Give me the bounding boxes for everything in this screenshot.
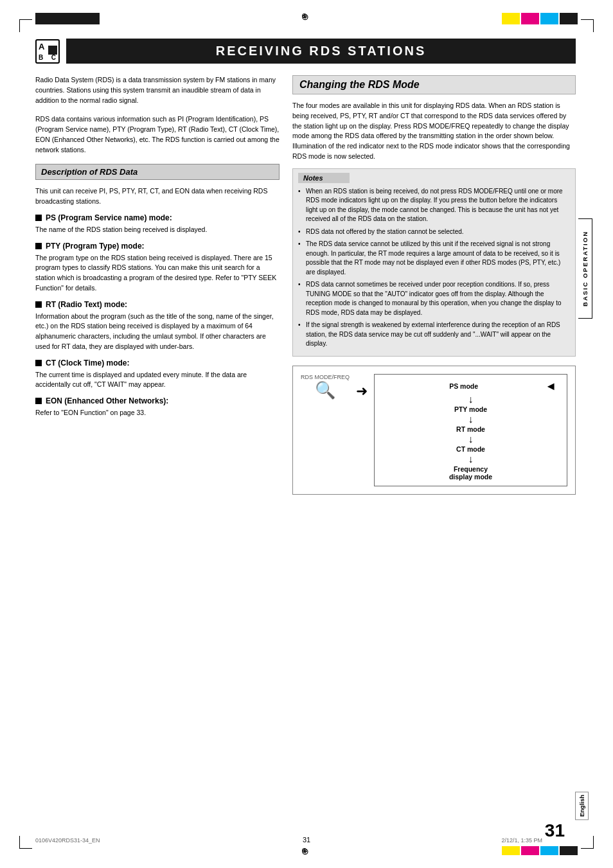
down-arrow-2: ↓	[385, 413, 556, 425]
diagram-icon-group: RDS MODE/FREQ 🔍	[301, 374, 350, 398]
letter-b: B	[39, 54, 43, 61]
pty-mode-title: PTY (Program Type) mode:	[35, 242, 280, 251]
diagram-top: RDS MODE/FREQ 🔍 ➜ PS mode ◄	[301, 374, 567, 487]
ps-mode-title: PS (Program Service name) mode:	[35, 213, 280, 222]
rt-mode-label: RT mode	[456, 425, 485, 433]
ct-mode-row: CT mode	[385, 445, 556, 453]
description-section: Description of RDS Data This unit can re…	[35, 164, 280, 418]
icon-inner-box	[48, 46, 57, 55]
color-bar-bottom	[502, 846, 578, 855]
english-label: English	[575, 792, 589, 820]
reg-mark-bottom: ⊕	[301, 846, 312, 856]
rds-mode-text: The four modes are available in this uni…	[292, 101, 576, 162]
footer-center: 31	[303, 836, 310, 844]
abc-icon: A B C	[35, 39, 60, 64]
main-content: A B C RECEIVING RDS STATIONS Radio Data …	[35, 39, 576, 829]
rt-mode-title: RT (Radio Text) mode:	[35, 300, 280, 309]
modes-box: PS mode ◄ ↓ PTY mode ↓ RT mode	[374, 374, 567, 487]
magnifier-icon: 🔍	[315, 382, 335, 398]
ps-mode-text: The name of the RDS station being receiv…	[35, 225, 280, 235]
note-item-3: The RDS data service cannot be utilized …	[298, 240, 570, 277]
description-intro: This unit can receive PI, PS, PTY, RT, C…	[35, 186, 280, 207]
letter-a: A	[39, 42, 44, 51]
note-item-5: If the signal strength is weakened by ex…	[298, 321, 570, 349]
notes-header: Notes	[298, 173, 350, 183]
pty-mode-row: PTY mode	[385, 405, 556, 413]
corner-mark-br	[581, 836, 594, 849]
intro-para-1: Radio Data System (RDS) is a data transm…	[35, 75, 280, 105]
down-arrow-3: ↓	[385, 433, 556, 445]
freq-mode-label: Frequency display mode	[449, 465, 492, 481]
intro-para-2: RDS data contains various information su…	[35, 114, 280, 155]
color-yellow-b	[502, 846, 520, 855]
freq-mode-row: Frequency display mode	[385, 465, 556, 481]
eon-text: Refer to "EON Function" on page 33.	[35, 408, 280, 418]
notes-container: Notes When an RDS station is being recei…	[292, 168, 576, 357]
pty-mode-label: PTY mode	[454, 405, 487, 413]
two-col-layout: Radio Data System (RDS) is a data transm…	[35, 75, 576, 495]
right-arrow-icon: ➜	[356, 383, 368, 400]
ct-mode-title: CT (Clock Time) mode:	[35, 359, 280, 368]
note-item-1: When an RDS station is being received, d…	[298, 187, 570, 224]
rds-diagram: RDS MODE/FREQ 🔍 ➜ PS mode ◄	[292, 366, 576, 495]
col-right: Changing the RDS Mode The four modes are…	[292, 75, 576, 495]
title-row: A B C RECEIVING RDS STATIONS	[35, 39, 576, 64]
ct-mode-label: CT mode	[456, 445, 485, 453]
letter-c: C	[51, 54, 56, 61]
color-cyan-b	[540, 846, 558, 855]
color-black-b	[560, 846, 578, 855]
ps-mode-row: PS mode ◄	[385, 380, 556, 393]
down-arrow-1: ↓	[385, 393, 556, 405]
ps-mode-label: PS mode	[385, 382, 542, 390]
bullet-pty	[35, 243, 42, 249]
color-black	[560, 13, 578, 24]
color-cyan	[540, 13, 558, 24]
corner-mark-tl	[19, 19, 32, 32]
bullet-eon	[35, 398, 42, 404]
note-item-2: RDS data not offered by the station cann…	[298, 227, 570, 237]
rt-mode-row: RT mode	[385, 425, 556, 433]
corner-mark-tr	[581, 19, 594, 32]
ps-arrow-left-icon: ◄	[545, 380, 556, 393]
rds-mode-freq-label: RDS MODE/FREQ	[301, 374, 350, 380]
rds-mode-title: Changing the RDS Mode	[292, 75, 576, 94]
color-magenta-b	[521, 846, 539, 855]
footer-left: 0106V420RDS31-34_EN	[35, 837, 100, 844]
rt-mode-text: Information about the program (such as t…	[35, 312, 280, 352]
eon-title: EON (Enhanced Other Networks):	[35, 396, 280, 405]
pty-mode-text: The program type on the RDS station bein…	[35, 253, 280, 294]
reg-mark-top: ⊕	[301, 12, 312, 22]
color-yellow	[502, 13, 520, 24]
sidebar-basic-operation: BASIC OPERATION	[578, 218, 592, 319]
bullet-ps	[35, 215, 42, 221]
color-bar-top	[502, 13, 578, 24]
color-magenta	[521, 13, 539, 24]
corner-mark-bl	[19, 836, 32, 849]
description-header: Description of RDS Data	[35, 164, 280, 180]
bullet-rt	[35, 301, 42, 308]
bullet-ct	[35, 360, 42, 366]
black-bar-top	[35, 13, 100, 24]
ct-mode-text: The current time is displayed and update…	[35, 370, 280, 391]
down-arrow-4: ↓	[385, 453, 556, 465]
page-title: RECEIVING RDS STATIONS	[66, 39, 576, 64]
col-left: Radio Data System (RDS) is a data transm…	[35, 75, 280, 495]
note-item-4: RDS data cannot sometimes be received un…	[298, 280, 570, 317]
footer-right: 2/12/1, 1:35 PM	[501, 837, 542, 844]
